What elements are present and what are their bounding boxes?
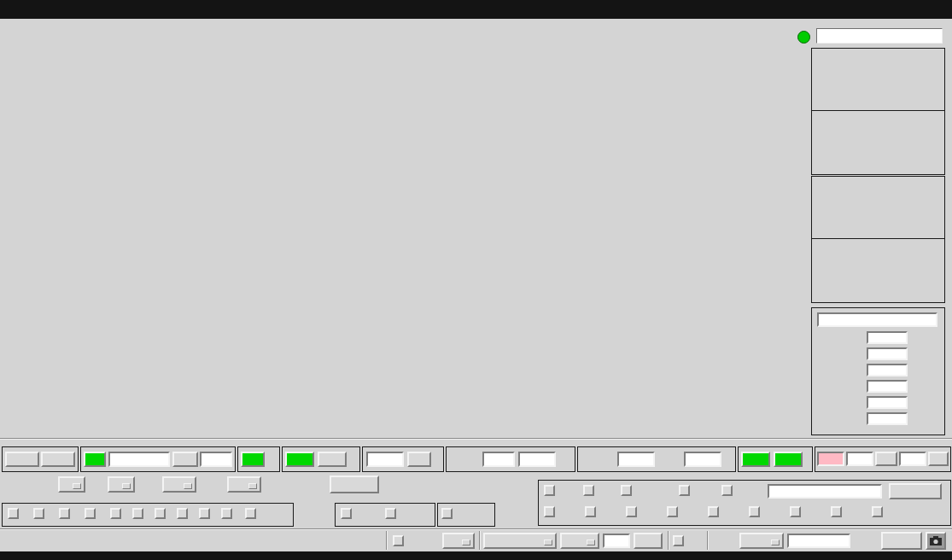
are-checkbox-box[interactable] [667,506,678,517]
range-dy-select[interactable] [108,476,135,493]
bunch-select[interactable] [560,533,599,549]
group-bt-collimator [446,446,575,472]
group-bt-lossmonitor [577,446,736,472]
nc-unit-label [634,533,663,549]
beam-gate-close-button-1[interactable] [5,452,39,467]
kbp-checkbox-box[interactable] [544,506,555,517]
show-gold-checkbox[interactable] [679,485,692,496]
ph-checkbox[interactable] [673,535,686,546]
status-indicator-icon [797,31,810,44]
sector-3-checkbox[interactable] [155,508,168,519]
range-dx-select[interactable] [58,476,85,493]
sector-b-checkbox[interactable] [33,508,47,519]
sector-c-box[interactable] [85,508,96,519]
ave10-checkbox-box[interactable] [721,485,733,496]
ref-input[interactable] [768,484,882,499]
sector-a-checkbox[interactable] [8,508,21,519]
fc15-on-button[interactable] [84,452,106,467]
snapshot-button[interactable] [926,532,946,550]
bunch-2nd-button[interactable] [318,452,347,467]
qfe-checkbox-box[interactable] [626,506,637,517]
qe-minus-axis-label [9,316,19,376]
jbp-checkbox-box[interactable] [749,506,760,517]
sector-4-box[interactable] [177,508,188,519]
bunch-2nd-checkbox[interactable] [385,508,399,519]
show-qfe-checkbox[interactable] [626,506,640,517]
mode-select[interactable] [442,533,475,549]
jbe-checkbox-box[interactable] [708,506,719,517]
bunch-2nd-box[interactable] [385,508,396,519]
row-value [867,380,908,393]
group-ee-ratio [362,446,444,472]
signal-select[interactable] [483,533,557,549]
aux-input[interactable] [787,534,850,548]
ref-checkbox-box[interactable] [583,485,594,496]
show-pfe-checkbox[interactable] [585,506,599,517]
resize-button[interactable] [881,532,922,550]
fc15-stb-button[interactable] [172,452,198,467]
sigma-visible-checkbox[interactable] [441,508,455,519]
rfe-checkbox-box[interactable] [790,506,801,517]
gold-checkbox-box[interactable] [679,485,690,496]
group-sector [2,503,294,527]
range-qe-minus-select[interactable] [162,476,196,493]
group-busel [237,446,280,472]
sigma-visible-box[interactable] [441,508,453,519]
sector-6-checkbox[interactable] [221,508,235,519]
chg-th-box[interactable] [393,535,404,546]
sfe-checkbox-box[interactable] [831,506,842,517]
sector-bt-box[interactable] [245,508,256,519]
beam-rep-v3-display [899,452,926,466]
gr-snsr-1st-button[interactable] [741,452,770,467]
sector-r-box[interactable] [59,508,70,519]
show-rfe-checkbox[interactable] [790,506,803,517]
sector-1-box[interactable] [110,508,121,519]
show-kbp-checkbox[interactable] [544,506,558,517]
divider [386,531,388,550]
beam-gate-close-button-2[interactable] [41,452,75,467]
interval-select[interactable] [739,533,784,549]
sector-4-checkbox[interactable] [177,508,190,519]
replot-button[interactable] [330,475,379,493]
show-zre-checkbox[interactable] [872,506,885,517]
sector-1-checkbox[interactable] [110,508,124,519]
show-ref-checkbox[interactable] [583,485,597,496]
sector-c-checkbox[interactable] [85,508,98,519]
gr-snsr-2nd-button[interactable] [774,452,803,467]
sector-3-box[interactable] [155,508,166,519]
sector-5-checkbox[interactable] [199,508,213,519]
show-sfe-checkbox[interactable] [831,506,844,517]
sector-bt-checkbox[interactable] [245,508,259,519]
sector-2-box[interactable] [132,508,143,519]
beam-rep-v2-display [846,452,873,466]
cur-checkbox-box[interactable] [544,485,555,496]
sx-axis-label [9,122,19,182]
show-cur-ref-checkbox[interactable] [621,485,634,496]
sector-6-box[interactable] [221,508,232,519]
zre-checkbox-box[interactable] [872,506,883,517]
range-qe-plus-select[interactable] [227,476,261,493]
threshold-input[interactable] [603,534,630,548]
bunch-1st-checkbox[interactable] [341,508,354,519]
sector-2-checkbox[interactable] [132,508,146,519]
show-jbe-checkbox[interactable] [708,506,721,517]
show-cur-checkbox[interactable] [544,485,558,496]
sector-a-box[interactable] [8,508,19,519]
group-sigma [437,503,495,527]
stats-panel-dy-1st [811,176,945,241]
show-jbp-checkbox[interactable] [749,506,762,517]
show-are-checkbox[interactable] [667,506,680,517]
bunch-1st-box[interactable] [341,508,352,519]
chg-th-checkbox[interactable] [393,535,406,546]
sector-5-box[interactable] [199,508,210,519]
ph-box[interactable] [673,535,684,546]
show-ave10-checkbox[interactable] [721,485,735,496]
bunch-1st-button[interactable] [285,452,314,467]
busel-on-button[interactable] [241,452,265,467]
sector-b-box[interactable] [33,508,44,519]
se1-display [684,452,721,467]
set-ref-button[interactable] [889,483,942,499]
cur-ref-checkbox-box[interactable] [621,485,632,496]
pfe-checkbox-box[interactable] [585,506,596,517]
sector-r-checkbox[interactable] [59,508,73,519]
